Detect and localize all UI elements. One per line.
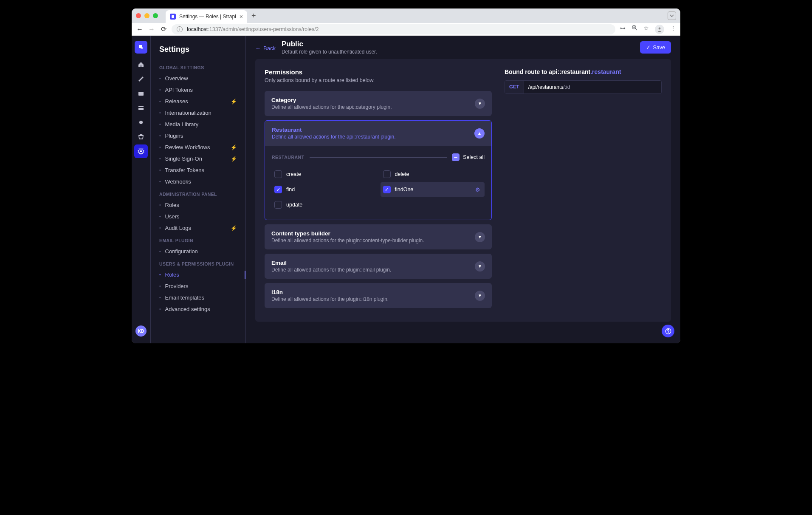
save-button[interactable]: ✓ Save — [640, 41, 671, 54]
bolt-icon: ⚡ — [231, 144, 237, 150]
zoom-icon[interactable] — [632, 25, 637, 34]
tab-close-icon[interactable]: × — [240, 13, 243, 20]
svg-line-1 — [635, 28, 637, 30]
panel-toggle[interactable]: RestaurantDefine all allowed actions for… — [265, 121, 491, 146]
action-checkbox-update[interactable]: update — [272, 198, 376, 212]
nav-builder-icon[interactable] — [134, 101, 148, 115]
sidebar-item-roles[interactable]: Roles — [151, 269, 245, 280]
window-maximize-icon[interactable] — [153, 13, 158, 18]
page-title: Public — [282, 40, 634, 48]
chevron-down-icon: ▼ — [475, 291, 485, 301]
sidebar-section-label: Users & Permissions Plugin — [151, 257, 245, 269]
panel-toggle[interactable]: Content types builderDefine all allowed … — [265, 224, 492, 249]
checkbox-icon — [452, 153, 460, 161]
sidebar-item-audit-logs[interactable]: Audit Logs⚡ — [151, 222, 245, 234]
main-nav-rail: KD — [132, 36, 151, 343]
permissions-panel-category: CategoryDefine all allowed actions for t… — [265, 91, 492, 116]
sidebar-item-api-tokens[interactable]: API Tokens — [151, 84, 245, 96]
svg-point-12 — [668, 332, 668, 333]
page-subtitle: Default role given to unauthenticated us… — [282, 49, 634, 55]
url-host: localhost — [187, 26, 208, 32]
browser-menu-icon[interactable]: ⋮ — [670, 25, 676, 34]
chevron-down-icon: ▼ — [475, 99, 485, 109]
action-checkbox-delete[interactable]: delete — [381, 167, 485, 181]
chevron-down-icon: ▼ — [475, 232, 485, 242]
action-checkbox-find[interactable]: ✓find — [272, 182, 376, 197]
site-info-icon[interactable]: i — [177, 26, 183, 32]
permissions-panel-email: EmailDefine all allowed actions for the … — [265, 254, 492, 279]
strapi-favicon-icon — [170, 14, 176, 20]
sidebar-item-internationalization[interactable]: Internationalization — [151, 107, 245, 119]
select-all-checkbox[interactable]: Select all — [452, 153, 485, 161]
sidebar-item-roles[interactable]: Roles — [151, 199, 245, 211]
panel-toggle[interactable]: CategoryDefine all allowed actions for t… — [265, 91, 492, 116]
gear-icon[interactable]: ⚙ — [475, 187, 480, 193]
svg-point-10 — [140, 150, 142, 152]
svg-rect-9 — [138, 108, 144, 110]
svg-rect-8 — [138, 106, 144, 107]
bolt-icon: ⚡ — [231, 156, 237, 162]
nav-back-icon[interactable]: ← — [136, 25, 144, 33]
route-path: /api/restaurants/:id — [524, 81, 661, 93]
nav-content-icon[interactable] — [134, 72, 148, 86]
chevron-up-icon: ▲ — [474, 128, 485, 139]
sidebar-item-email-templates[interactable]: Email templates — [151, 292, 245, 303]
url-input[interactable]: i localhost:1337/admin/settings/users-pe… — [172, 24, 615, 34]
user-avatar[interactable]: KD — [135, 325, 147, 337]
extensions-dropdown-icon[interactable] — [668, 11, 676, 20]
password-key-icon[interactable]: ⊶ — [620, 25, 626, 34]
nav-settings-icon[interactable] — [134, 144, 148, 158]
sidebar-item-users[interactable]: Users — [151, 211, 245, 222]
browser-tab[interactable]: Settings — Roles | Strapi × — [166, 10, 247, 23]
sidebar-item-single-sign-on[interactable]: Single Sign-On⚡ — [151, 153, 245, 164]
panel-toggle[interactable]: EmailDefine all allowed actions for the … — [265, 254, 492, 279]
main-content: ← Back Public Default role given to unau… — [246, 36, 680, 343]
profile-avatar-icon[interactable] — [655, 25, 664, 34]
sidebar-item-transfer-tokens[interactable]: Transfer Tokens — [151, 164, 245, 176]
sidebar-item-releases[interactable]: Releases⚡ — [151, 96, 245, 107]
sidebar-item-advanced-settings[interactable]: Advanced settings — [151, 303, 245, 315]
nav-media-icon[interactable] — [134, 87, 148, 100]
sidebar-item-providers[interactable]: Providers — [151, 280, 245, 292]
sidebar-item-plugins[interactable]: Plugins — [151, 130, 245, 141]
bound-route-title: Bound route to api::restaurant.restauran… — [505, 68, 662, 75]
browser-address-bar: ← → ⟳ i localhost:1337/admin/settings/us… — [132, 23, 680, 36]
help-button[interactable] — [662, 325, 674, 337]
url-path: /admin/settings/users-permissions/roles/… — [221, 26, 319, 32]
action-checkbox-create[interactable]: create — [272, 167, 376, 181]
back-button[interactable]: ← Back — [255, 44, 276, 51]
new-tab-button[interactable]: + — [251, 11, 256, 20]
strapi-logo-icon[interactable] — [135, 41, 147, 54]
svg-rect-7 — [138, 92, 144, 96]
sidebar-item-review-workflows[interactable]: Review Workflows⚡ — [151, 141, 245, 153]
sidebar-item-overview[interactable]: Overview — [151, 73, 245, 84]
sidebar-section-label: Global Settings — [151, 61, 245, 73]
svg-point-4 — [659, 27, 661, 29]
back-label: Back — [263, 45, 276, 51]
settings-sidebar: Settings Global SettingsOverviewAPI Toke… — [151, 36, 246, 343]
checkbox-icon — [274, 201, 282, 209]
sidebar-item-configuration[interactable]: Configuration — [151, 246, 245, 257]
nav-marketplace-icon[interactable] — [134, 130, 148, 144]
permissions-panel-restaurant: RestaurantDefine all allowed actions for… — [265, 120, 492, 220]
checkbox-icon: ✓ — [383, 186, 391, 193]
action-checkbox-findone[interactable]: ✓findOne⚙ — [381, 182, 485, 197]
check-icon: ✓ — [646, 44, 651, 51]
http-method-badge: GET — [505, 81, 524, 93]
panel-toggle[interactable]: i18nDefine all allowed actions for the p… — [265, 283, 492, 308]
window-close-icon[interactable] — [136, 13, 141, 18]
permissions-panel-content-types-builder: Content types builderDefine all allowed … — [265, 224, 492, 249]
bolt-icon: ⚡ — [231, 99, 237, 105]
nav-home-icon[interactable] — [134, 58, 148, 71]
sidebar-item-webhooks[interactable]: Webhooks — [151, 176, 245, 187]
arrow-left-icon: ← — [255, 45, 261, 51]
nav-reload-icon[interactable]: ⟳ — [160, 25, 167, 33]
nav-plugins-icon[interactable] — [134, 116, 148, 129]
sidebar-section-label: Administration Panel — [151, 187, 245, 199]
bookmark-star-icon[interactable]: ☆ — [643, 25, 649, 34]
window-minimize-icon[interactable] — [144, 13, 149, 18]
sidebar-title: Settings — [151, 43, 245, 61]
nav-forward-icon: → — [148, 25, 155, 33]
permissions-panel-i18n: i18nDefine all allowed actions for the p… — [265, 283, 492, 308]
sidebar-item-media-library[interactable]: Media Library — [151, 119, 245, 130]
